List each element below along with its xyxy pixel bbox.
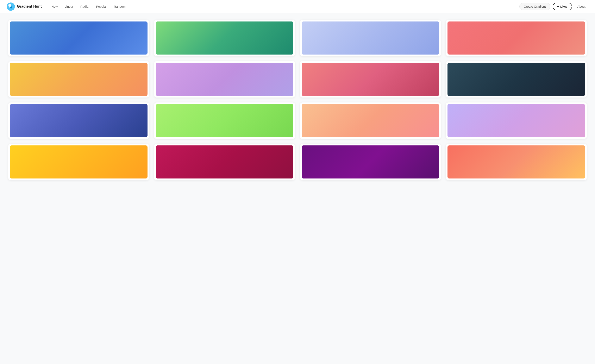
nav-linear[interactable]: Linear xyxy=(62,3,77,10)
gradient-card[interactable] xyxy=(154,144,295,180)
gradient-swatch xyxy=(302,63,439,96)
gradient-swatch xyxy=(156,104,293,137)
gradient-card[interactable] xyxy=(300,61,441,98)
nav-random[interactable]: Random xyxy=(111,3,129,10)
create-gradient-button[interactable]: Create Gradient xyxy=(519,3,550,10)
gradient-swatch xyxy=(302,145,439,178)
gradient-swatch xyxy=(10,145,148,178)
gradient-card[interactable] xyxy=(300,20,441,56)
gradient-card[interactable] xyxy=(446,102,587,139)
gradient-card[interactable] xyxy=(300,144,441,180)
gradient-card[interactable] xyxy=(446,20,587,56)
main-content xyxy=(0,13,595,187)
logo-text: Gradient Hunt xyxy=(17,4,42,9)
gradient-swatch xyxy=(10,63,148,96)
gradient-card[interactable] xyxy=(300,102,441,139)
logo-link[interactable]: Gradient Hunt xyxy=(7,2,42,11)
gradient-swatch xyxy=(302,21,439,55)
gradient-card[interactable] xyxy=(154,20,295,56)
about-button[interactable]: About xyxy=(574,4,588,9)
gradient-card[interactable] xyxy=(8,61,149,98)
header: Gradient Hunt New Linear Radial Popular … xyxy=(0,0,595,13)
header-right: Create Gradient ♥ Likes About xyxy=(519,3,588,10)
heart-icon: ♥ xyxy=(557,5,559,8)
main-nav: New Linear Radial Popular Random xyxy=(48,3,519,10)
gradient-swatch xyxy=(447,145,585,178)
gradient-card[interactable] xyxy=(446,144,587,180)
gradient-swatch xyxy=(156,145,293,178)
svg-point-3 xyxy=(9,4,10,6)
gradient-card[interactable] xyxy=(446,61,587,98)
gradient-swatch xyxy=(447,21,585,55)
nav-new[interactable]: New xyxy=(48,3,61,10)
gradient-swatch xyxy=(156,21,293,55)
nav-popular[interactable]: Popular xyxy=(93,3,110,10)
likes-button[interactable]: ♥ Likes xyxy=(553,3,572,10)
gradient-card[interactable] xyxy=(8,20,149,56)
logo-icon xyxy=(7,2,15,11)
svg-point-2 xyxy=(10,7,12,8)
nav-radial[interactable]: Radial xyxy=(77,3,92,10)
gradient-card[interactable] xyxy=(8,144,149,180)
gradient-card[interactable] xyxy=(154,61,295,98)
likes-label: Likes xyxy=(560,5,567,8)
gradient-swatch xyxy=(10,104,148,137)
gradient-card[interactable] xyxy=(8,102,149,139)
gradient-swatch xyxy=(156,63,293,96)
gradient-card[interactable] xyxy=(154,102,295,139)
gradient-swatch xyxy=(10,21,148,55)
gradient-swatch xyxy=(302,104,439,137)
gradient-grid xyxy=(8,20,587,180)
gradient-swatch xyxy=(447,63,585,96)
gradient-swatch xyxy=(447,104,585,137)
